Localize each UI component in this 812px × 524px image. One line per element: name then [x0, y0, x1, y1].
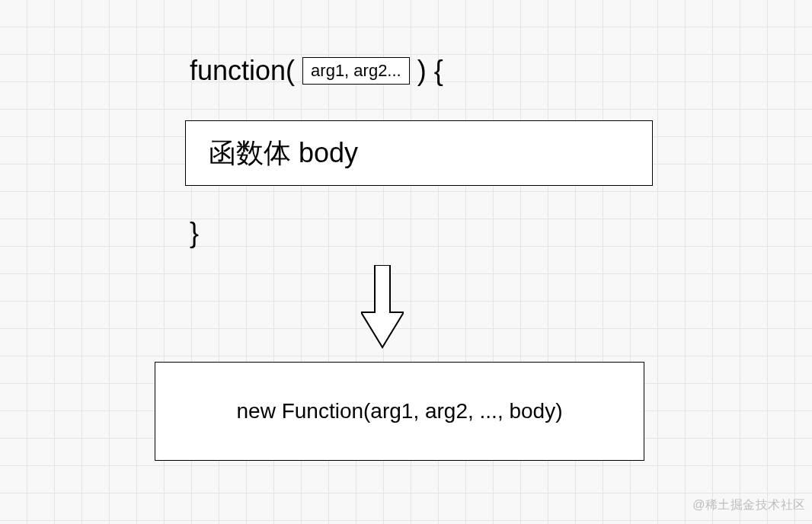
closing-brace: }: [190, 217, 199, 249]
function-keyword-close: ) {: [417, 55, 443, 87]
function-body-box: 函数体 body: [185, 120, 653, 186]
function-keyword-open: function(: [190, 55, 295, 87]
new-function-label: new Function(arg1, arg2, ..., body): [237, 399, 563, 423]
arguments-box: arg1, arg2...: [302, 57, 410, 85]
function-signature-line: function( arg1, arg2... ) {: [190, 55, 443, 87]
new-function-result-box: new Function(arg1, arg2, ..., body): [155, 362, 644, 461]
diagram-content: function( arg1, arg2... ) { 函数体 body } n…: [0, 0, 812, 524]
function-body-label: 函数体 body: [209, 135, 358, 172]
down-arrow-icon: [361, 265, 404, 349]
watermark-text: @稀土掘金技术社区: [692, 497, 806, 513]
